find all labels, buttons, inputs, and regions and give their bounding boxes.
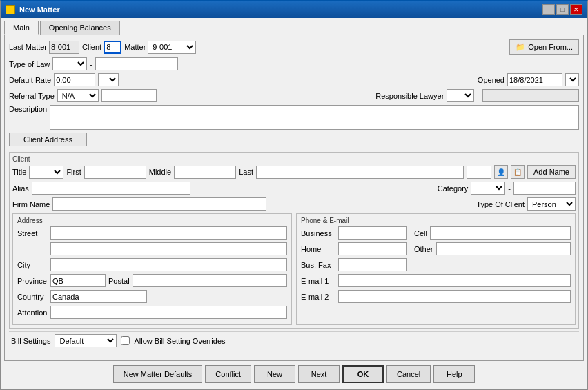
new-button[interactable]: New xyxy=(254,365,295,383)
description-row: Description xyxy=(9,105,579,130)
matter-group: Matter 9-001 xyxy=(124,41,196,54)
email2-label: E-mail 2 xyxy=(301,293,335,301)
add-name-button[interactable]: Add Name xyxy=(527,165,576,179)
cell-input[interactable] xyxy=(430,226,571,240)
rate-select[interactable] xyxy=(98,73,119,86)
type-of-client-select[interactable]: Person xyxy=(527,197,576,211)
alias-input[interactable] xyxy=(32,182,190,195)
postal-input[interactable] xyxy=(133,274,287,287)
referral-text[interactable] xyxy=(101,89,157,102)
opened-label: Opened xyxy=(478,76,504,84)
home-row: Home Other xyxy=(301,242,571,255)
alias-row: Alias Category - xyxy=(12,182,576,195)
email1-label: E-mail 1 xyxy=(301,277,335,285)
cancel-button[interactable]: Cancel xyxy=(386,365,431,383)
type-of-client-label: Type Of Client xyxy=(476,200,525,208)
alias-label: Alias xyxy=(12,184,29,193)
maximize-button[interactable]: □ xyxy=(556,4,569,15)
ok-button[interactable]: OK xyxy=(342,365,384,383)
city-input[interactable] xyxy=(50,258,287,271)
category-select[interactable] xyxy=(471,182,505,195)
category-label: Category xyxy=(438,184,469,193)
allow-override-checkbox[interactable] xyxy=(121,336,130,345)
street-input2[interactable] xyxy=(50,242,287,255)
middle-input[interactable] xyxy=(174,166,236,179)
help-button[interactable]: Help xyxy=(433,365,475,383)
country-label: Country xyxy=(17,293,48,301)
tab-bar: Main Opening Balances xyxy=(4,21,584,35)
bus-fax-input[interactable] xyxy=(338,258,407,271)
last-matter-label: Last Matter xyxy=(9,43,47,51)
bus-fax-label: Bus. Fax xyxy=(301,261,335,269)
conflict-button[interactable]: Conflict xyxy=(205,365,251,383)
email1-row: E-mail 1 xyxy=(301,274,571,287)
description-input[interactable] xyxy=(50,105,579,130)
contact-icon-button[interactable]: 📋 xyxy=(511,165,525,179)
open-from-button[interactable]: 📁 Open From... xyxy=(509,39,579,55)
new-matter-defaults-button[interactable]: New Matter Defaults xyxy=(113,365,203,383)
title-bar-left: New Matter xyxy=(6,5,60,14)
last-matter-input xyxy=(49,41,79,54)
description-label: Description xyxy=(9,105,47,113)
close-button[interactable]: ✕ xyxy=(570,4,582,15)
content-area: Main Opening Balances Last Matter Client… xyxy=(1,18,587,389)
province-input[interactable] xyxy=(50,274,106,287)
home-input[interactable] xyxy=(338,242,407,255)
bottom-buttons: New Matter Defaults Conflict New Next OK… xyxy=(4,361,584,386)
responsible-lawyer-text[interactable] xyxy=(482,89,579,102)
type-of-law-text[interactable] xyxy=(95,57,178,70)
main-panel: Last Matter Client Matter 9-001 📁 Open F xyxy=(4,35,584,361)
email1-input[interactable] xyxy=(338,274,571,287)
category-text[interactable] xyxy=(513,182,576,195)
bill-settings-label: Bill Settings xyxy=(11,337,50,345)
firm-row: Firm Name Type Of Client Person xyxy=(12,197,576,211)
email2-input[interactable] xyxy=(338,290,571,303)
opened-input[interactable] xyxy=(507,73,562,86)
client-address-button[interactable]: Client Address xyxy=(9,133,87,146)
bill-settings-select[interactable]: Default xyxy=(55,334,117,347)
first-label: First xyxy=(66,168,81,176)
type-of-law-select[interactable] xyxy=(52,57,87,70)
business-input[interactable] xyxy=(338,226,407,240)
bill-settings-row: Bill Settings Default Allow Bill Setting… xyxy=(9,331,579,349)
title-select[interactable] xyxy=(29,166,63,179)
tab-main[interactable]: Main xyxy=(4,21,39,35)
matter-row: Last Matter Client Matter 9-001 📁 Open F xyxy=(9,39,579,55)
middle-label: Middle xyxy=(149,168,171,176)
address-phone-row: Address Street City xyxy=(12,213,576,325)
street-label: Street xyxy=(17,229,48,237)
last-extra-input[interactable] xyxy=(467,166,491,179)
person-icon-button[interactable]: 👤 xyxy=(494,165,508,179)
tab-opening-balances[interactable]: Opening Balances xyxy=(40,21,120,35)
busfax-row: Bus. Fax xyxy=(301,258,571,271)
type-of-law-row: Type of Law - xyxy=(9,57,579,70)
last-input[interactable] xyxy=(256,166,464,179)
attention-input[interactable] xyxy=(50,306,287,319)
firm-name-input[interactable] xyxy=(52,197,266,211)
address-header: Address xyxy=(17,217,287,224)
attention-label: Attention xyxy=(17,309,48,317)
client-input[interactable] xyxy=(104,41,121,54)
postal-label: Postal xyxy=(108,277,130,285)
folder-icon: 📁 xyxy=(516,43,525,52)
street-input1[interactable] xyxy=(50,226,287,240)
referral-row: Referral Type N/A Responsible Lawyer - xyxy=(9,89,579,102)
referral-type-select[interactable]: N/A xyxy=(57,89,99,102)
next-button[interactable]: Next xyxy=(298,365,340,383)
opened-dropdown[interactable] xyxy=(565,73,579,86)
attention-row: Attention xyxy=(17,306,287,319)
province-row: Province Postal xyxy=(17,274,287,287)
first-input[interactable] xyxy=(84,166,146,179)
referral-type-label: Referral Type xyxy=(9,92,55,100)
responsible-lawyer-select[interactable] xyxy=(447,89,474,102)
rates-row: Default Rate Opened xyxy=(9,73,579,86)
title-buttons[interactable]: – □ ✕ xyxy=(542,4,582,15)
client-section-title: Client xyxy=(12,155,576,163)
other-input[interactable] xyxy=(436,242,571,255)
responsible-lawyer-label: Responsible Lawyer xyxy=(375,92,444,100)
default-rate-input[interactable] xyxy=(54,73,95,86)
matter-select[interactable]: 9-001 xyxy=(148,41,196,54)
minimize-button[interactable]: – xyxy=(542,4,555,15)
client-label: Client xyxy=(82,43,101,51)
country-input[interactable] xyxy=(50,290,147,303)
